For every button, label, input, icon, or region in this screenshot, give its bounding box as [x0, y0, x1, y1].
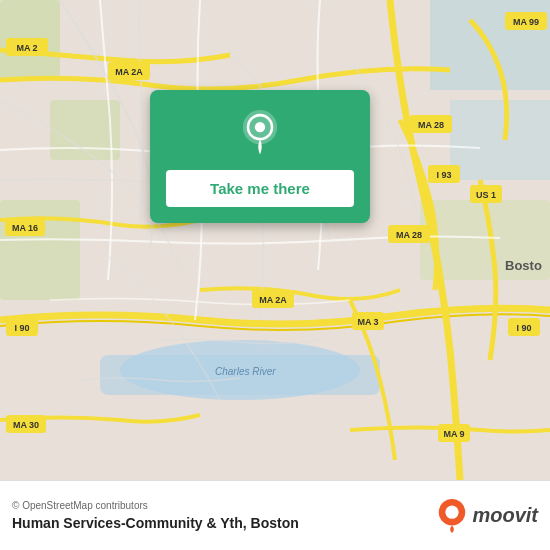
svg-point-45 [446, 505, 459, 518]
svg-text:MA 9: MA 9 [443, 429, 464, 439]
svg-text:MA 16: MA 16 [12, 223, 38, 233]
svg-text:MA 28: MA 28 [418, 120, 444, 130]
take-me-there-button[interactable]: Take me there [166, 170, 354, 207]
moovit-pin-icon [438, 499, 466, 533]
svg-point-43 [255, 122, 265, 132]
bottom-bar: © OpenStreetMap contributors Human Servi… [0, 480, 550, 550]
svg-text:MA 30: MA 30 [13, 420, 39, 430]
svg-text:Bosto: Bosto [505, 258, 542, 273]
svg-text:I 93: I 93 [436, 170, 451, 180]
location-pin-icon [236, 110, 284, 158]
svg-text:US 1: US 1 [476, 190, 496, 200]
svg-text:MA 28: MA 28 [396, 230, 422, 240]
map-container: MA 2 MA 2A MA 99 MA 28 I 93 US 1 MA 16 M… [0, 0, 550, 480]
svg-text:I 90: I 90 [14, 323, 29, 333]
location-info: © OpenStreetMap contributors Human Servi… [12, 500, 299, 531]
svg-text:MA 2A: MA 2A [115, 67, 143, 77]
svg-text:I 90: I 90 [516, 323, 531, 333]
svg-text:MA 2: MA 2 [16, 43, 37, 53]
svg-rect-6 [450, 100, 550, 180]
location-card: Take me there [150, 90, 370, 223]
svg-text:MA 3: MA 3 [357, 317, 378, 327]
attribution-text: © OpenStreetMap contributors [12, 500, 299, 511]
location-name: Human Services-Community & Yth, Boston [12, 515, 299, 531]
svg-text:MA 2A: MA 2A [259, 295, 287, 305]
moovit-label: moovit [472, 504, 538, 527]
svg-rect-7 [0, 200, 80, 300]
svg-text:Charles River: Charles River [215, 366, 276, 377]
svg-text:MA 99: MA 99 [513, 17, 539, 27]
moovit-logo: moovit [438, 499, 538, 533]
